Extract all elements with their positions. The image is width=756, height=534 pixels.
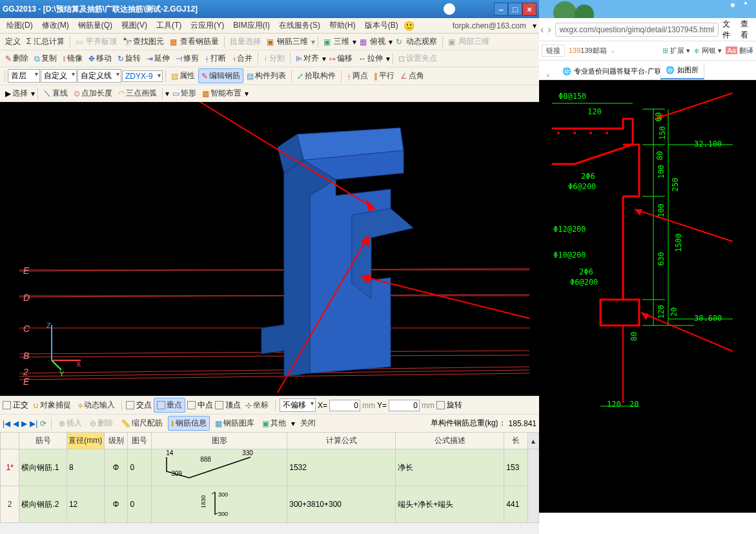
coord-button[interactable]: ⊹坐标 xyxy=(243,398,271,412)
select-button[interactable]: ▶选择 xyxy=(3,87,30,100)
menu-version[interactable]: 版本号(B) xyxy=(361,19,402,32)
mid-check[interactable] xyxy=(187,401,196,409)
minimize-button[interactable]: – xyxy=(494,3,508,15)
smart-layout-button[interactable]: ▦智能布置 xyxy=(199,87,244,100)
shape-cell-1[interactable]: 14 330 888 309 xyxy=(152,449,287,486)
offset-button[interactable]: ↦偏移 xyxy=(327,52,355,65)
mirror-button[interactable]: ⦀镜像 xyxy=(60,52,85,65)
col-len[interactable]: 长 xyxy=(504,433,528,449)
menu-view[interactable]: 视图(V) xyxy=(117,19,151,32)
col-fig[interactable]: 图号 xyxy=(128,433,152,449)
rebar-3d-button[interactable]: ▣钢筋三维 xyxy=(264,35,311,48)
mascot-icon[interactable]: 🙂 xyxy=(404,21,414,31)
break-button[interactable]: ⟊打断 xyxy=(202,52,229,65)
close-panel-button[interactable]: 关闭 xyxy=(298,416,318,430)
col-grade[interactable]: 级别 xyxy=(104,433,128,449)
insert-row-button[interactable]: ⊕插入 xyxy=(56,416,85,430)
scroll-up-icon[interactable]: ▴ xyxy=(528,433,539,449)
floor-dropdown[interactable]: 首层 xyxy=(8,69,40,83)
parallel-button[interactable]: ∥平行 xyxy=(371,69,397,83)
col-shape[interactable]: 图形 xyxy=(152,433,287,449)
move-button[interactable]: ✥移动 xyxy=(86,52,114,65)
3d-viewport[interactable]: Z X Y E D C B 2 E xyxy=(0,102,539,396)
component-list-button[interactable]: ▤构件列表 xyxy=(244,69,289,83)
col-formula[interactable]: 计算公式 xyxy=(287,433,396,449)
menu-help[interactable]: 帮助(H) xyxy=(325,19,360,32)
merge-button[interactable]: ⫞合并 xyxy=(229,52,255,65)
sum-button[interactable]: Σ 汇总计算 xyxy=(24,35,67,48)
menu-cloud[interactable]: 云应用(Y) xyxy=(187,19,228,32)
email-dropdown-icon[interactable]: ▾ xyxy=(533,21,536,30)
menu-rebar-qty[interactable]: 钢筋量(Q) xyxy=(74,19,116,32)
trans-button[interactable]: Aa 翻译 xyxy=(726,46,753,56)
code-dropdown[interactable]: ZDYX-9 xyxy=(122,70,163,82)
file-menu[interactable]: 文件 xyxy=(722,19,737,41)
col-diameter[interactable]: 直径(mm) xyxy=(66,433,104,449)
top-view-button[interactable]: ▦俯视 xyxy=(357,35,388,48)
offset-dropdown[interactable]: 不偏移 xyxy=(280,398,316,412)
ortho-check[interactable] xyxy=(3,401,11,409)
other-button[interactable]: ▣其他 xyxy=(260,416,289,430)
rebar-library-button[interactable]: ▦钢筋图库 xyxy=(212,416,257,430)
next-icon[interactable]: ▶ xyxy=(21,419,27,428)
define-button[interactable]: 定义 xyxy=(3,35,23,48)
grip-button[interactable]: ⊡设置夹点 xyxy=(396,52,440,65)
line-button[interactable]: ＼直线 xyxy=(41,87,70,100)
pick-component-button[interactable]: ⤢拾取构件 xyxy=(294,69,338,83)
batch-select-button[interactable]: 批量选择 xyxy=(227,35,263,48)
three-d-button[interactable]: ▣三维 xyxy=(321,35,352,48)
local-3d-button[interactable]: ▣局部三维 xyxy=(445,35,492,48)
props-button[interactable]: ▤属性 xyxy=(169,69,198,83)
mailbox-bookmark[interactable]: 139139邮箱 xyxy=(569,46,607,56)
last-icon[interactable]: ▶| xyxy=(30,419,37,428)
browser-tab-1[interactable]: 🌐 专业造价问题答疑平台-广联达 × xyxy=(557,63,660,79)
align-button[interactable]: ⊫对齐 xyxy=(293,52,322,65)
refresh-icon[interactable]: ⟳ xyxy=(40,419,46,428)
menu-online[interactable]: 在线服务(S) xyxy=(275,19,324,32)
trim-button[interactable]: ⊣修剪 xyxy=(173,52,201,65)
custom-line-dropdown[interactable]: 自定义线 xyxy=(77,69,121,83)
menu-tools[interactable]: 工具(T) xyxy=(152,19,185,32)
edit-rebar-button[interactable]: ✎编辑钢筋 xyxy=(198,68,243,83)
y-value[interactable]: 0 xyxy=(389,400,420,411)
menu-bim[interactable]: BIM应用(I) xyxy=(229,19,274,32)
rebar-info-button[interactable]: ℹ钢筋信息 xyxy=(168,416,210,431)
browser-tab-2[interactable]: 🌐 如图所 xyxy=(660,62,704,79)
col-name[interactable]: 筋号 xyxy=(19,433,67,449)
close-button[interactable]: × xyxy=(522,3,536,15)
delete-row-button[interactable]: ⊖删除 xyxy=(87,416,116,430)
first-icon[interactable]: |◀ xyxy=(3,419,10,428)
ext-button[interactable]: ⊞ 扩展 ▾ xyxy=(662,46,690,56)
orbit-button[interactable]: ↻动态观察 xyxy=(393,35,440,48)
perp-button[interactable]: 垂点 xyxy=(154,398,185,413)
split-button[interactable]: ⟊分割 xyxy=(261,52,287,65)
three-pt-arc-button[interactable]: ◠三点画弧 xyxy=(116,87,159,100)
nav-back-icon[interactable]: ‹ xyxy=(540,24,544,36)
align-board-button[interactable]: ▭平齐板顶 xyxy=(73,35,119,48)
scale-rebar-button[interactable]: 📏缩尺配筋 xyxy=(118,416,165,430)
point-length-button[interactable]: ⊙点加长度 xyxy=(71,87,115,100)
two-point-button[interactable]: ⟊两点 xyxy=(344,69,371,83)
view-rebar-button[interactable]: ▦查看钢筋量 xyxy=(167,35,221,48)
tab-close-prev[interactable]: × xyxy=(539,72,557,79)
dyn-input-button[interactable]: ⎆动态输入 xyxy=(76,398,117,412)
table-row[interactable]: 1* 横向钢筋.1 8 Φ 0 14 330 888 309 1532 净长 1… xyxy=(1,449,539,486)
rotate-check[interactable] xyxy=(436,401,445,409)
osnap-button[interactable]: ∪对象捕捉 xyxy=(30,398,74,412)
delete-button[interactable]: ✎删除 xyxy=(3,52,31,65)
view-menu[interactable]: 查看 xyxy=(741,19,755,41)
menu-draw[interactable]: 绘图(D) xyxy=(3,19,37,32)
copy-button[interactable]: ⧉复制 xyxy=(32,52,59,65)
stretch-button[interactable]: ↔拉伸 xyxy=(356,52,385,65)
url-input[interactable]: wxgx.com/question/gimq/detail/1307945.ht… xyxy=(555,23,719,37)
x-value[interactable]: 0 xyxy=(329,400,360,411)
menu-modify[interactable]: 修改(M) xyxy=(38,19,73,32)
bank-button[interactable]: ⊕ 网银 ▾ xyxy=(694,46,722,56)
maximize-button[interactable]: □ xyxy=(508,3,522,15)
col-desc[interactable]: 公式描述 xyxy=(396,433,504,449)
int-check[interactable] xyxy=(126,401,134,409)
find-element-button[interactable]: 🔭查找图元 xyxy=(120,35,167,48)
rotate-button[interactable]: ↻旋转 xyxy=(115,52,143,65)
table-row[interactable]: 2 横向钢筋.2 12 Φ 0 1830300300 300+3810+300 … xyxy=(1,486,539,523)
custom-dropdown[interactable]: 自定义 xyxy=(41,69,77,83)
